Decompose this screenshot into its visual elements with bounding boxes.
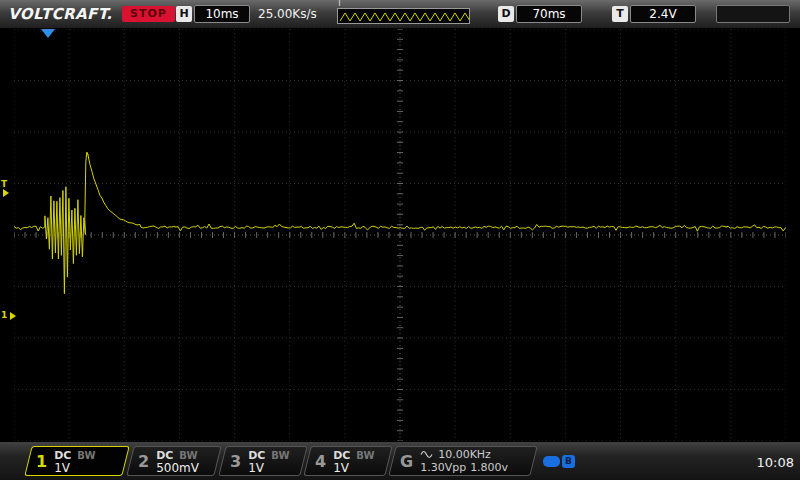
channel1-number: 1 bbox=[36, 452, 47, 471]
trigger-icon: T bbox=[612, 6, 628, 22]
scope-display bbox=[14, 29, 786, 441]
channel1-marker-label: 1 bbox=[1, 311, 7, 320]
channel4-scale: 1V bbox=[333, 462, 374, 475]
trigger-level-label: T bbox=[1, 180, 7, 189]
trigger-level-arrow-icon bbox=[3, 189, 9, 197]
sample-rate-label: 25.00Ks/s bbox=[258, 7, 317, 21]
run-stop-indicator[interactable]: STOP bbox=[122, 6, 175, 22]
trigger-level-marker[interactable]: T bbox=[1, 180, 9, 197]
channel2-bandwidth: BW bbox=[179, 450, 197, 461]
bottom-status-bar: 1 DCBW 1V 2 DCBW 500mV bbox=[0, 441, 800, 480]
sine-icon bbox=[420, 450, 434, 459]
top-status-bar: VOLTCRAFT. STOP H 10ms 25.00Ks/s T D 70m… bbox=[0, 0, 800, 29]
channel3-tab[interactable]: 3 DCBW 1V bbox=[218, 446, 307, 476]
oscilloscope-ui: VOLTCRAFT. STOP H 10ms 25.00Ks/s T D 70m… bbox=[0, 0, 800, 480]
channel1-marker-arrow-icon bbox=[10, 312, 16, 320]
clock: 10:08 bbox=[757, 455, 794, 470]
generator-label: G bbox=[400, 452, 413, 471]
channel1-bandwidth: BW bbox=[77, 450, 95, 461]
channel3-scale: 1V bbox=[248, 462, 289, 475]
usb-b-badge: B bbox=[562, 455, 575, 468]
channel1-tab[interactable]: 1 DCBW 1V bbox=[24, 446, 129, 476]
generator-vpp: 1.30Vpp bbox=[420, 461, 466, 474]
channel4-tab[interactable]: 4 DCBW 1V bbox=[303, 446, 392, 476]
generator-frequency: 10.00KHz bbox=[438, 448, 491, 461]
channel1-level-marker[interactable]: 1 bbox=[1, 311, 16, 320]
trigger-level-value[interactable]: 2.4V bbox=[630, 5, 696, 23]
timebase-value[interactable]: 10ms bbox=[194, 5, 250, 23]
delay-icon: D bbox=[498, 6, 514, 22]
channel1-scale: 1V bbox=[54, 462, 95, 475]
delay-value[interactable]: 70ms bbox=[516, 5, 582, 23]
generator-tab[interactable]: G 10.00KHz 1.30Vpp 1.800v bbox=[388, 446, 537, 476]
record-preview[interactable] bbox=[337, 8, 470, 24]
preview-trigger-marker: T bbox=[337, 0, 342, 8]
menu-button[interactable] bbox=[716, 5, 790, 23]
generator-offset: 1.800v bbox=[470, 461, 508, 474]
channel3-number: 3 bbox=[230, 452, 241, 471]
channel2-scale: 500mV bbox=[156, 462, 199, 475]
brand-logo: VOLTCRAFT. bbox=[8, 5, 112, 23]
channel2-tab[interactable]: 2 DCBW 500mV bbox=[126, 446, 221, 476]
channel4-number: 4 bbox=[315, 452, 326, 471]
preview-waveform-icon bbox=[338, 10, 469, 24]
horizontal-icon: H bbox=[176, 6, 192, 22]
scope-grid-and-trace bbox=[14, 29, 786, 441]
channel3-bandwidth: BW bbox=[271, 450, 289, 461]
channel4-bandwidth: BW bbox=[356, 450, 374, 461]
usb-device-icon bbox=[543, 456, 560, 467]
channel2-number: 2 bbox=[138, 452, 149, 471]
trigger-position-marker[interactable] bbox=[41, 29, 55, 38]
